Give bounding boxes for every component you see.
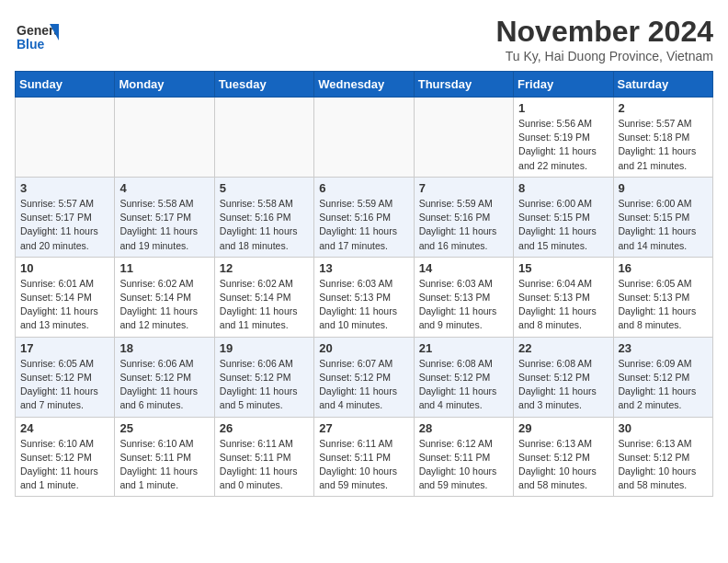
weekday-header: Sunday: [16, 72, 115, 98]
day-number: 16: [619, 261, 708, 275]
svg-text:Blue: Blue: [17, 37, 45, 52]
calendar-day-cell: 15Sunrise: 6:04 AM Sunset: 5:13 PM Dayli…: [514, 257, 613, 337]
calendar-day-cell: 17Sunrise: 6:05 AM Sunset: 5:12 PM Dayli…: [16, 337, 115, 417]
day-number: 15: [518, 261, 608, 275]
calendar-day-cell: 12Sunrise: 6:02 AM Sunset: 5:14 PM Dayli…: [214, 257, 313, 337]
calendar-day-cell: 4Sunrise: 5:58 AM Sunset: 5:17 PM Daylig…: [115, 177, 214, 257]
calendar-day-cell: 1Sunrise: 5:56 AM Sunset: 5:19 PM Daylig…: [514, 98, 613, 178]
calendar-header-row: SundayMondayTuesdayWednesdayThursdayFrid…: [16, 72, 713, 98]
calendar-week-row: 10Sunrise: 6:01 AM Sunset: 5:14 PM Dayli…: [16, 257, 713, 337]
day-number: 22: [518, 341, 608, 355]
day-info: Sunrise: 6:02 AM Sunset: 5:14 PM Dayligh…: [220, 277, 309, 333]
calendar-day-cell: 5Sunrise: 5:58 AM Sunset: 5:16 PM Daylig…: [214, 177, 313, 257]
day-number: 20: [319, 341, 408, 355]
calendar-day-cell: 23Sunrise: 6:09 AM Sunset: 5:12 PM Dayli…: [613, 337, 712, 417]
day-info: Sunrise: 6:07 AM Sunset: 5:12 PM Dayligh…: [319, 357, 408, 413]
calendar-day-cell: [16, 98, 115, 178]
page-header: General Blue November 2024 Tu Ky, Hai Du…: [15, 15, 713, 63]
day-number: 29: [518, 421, 608, 435]
day-info: Sunrise: 6:00 AM Sunset: 5:15 PM Dayligh…: [518, 197, 608, 253]
day-number: 9: [619, 181, 708, 195]
day-number: 10: [20, 261, 109, 275]
day-info: Sunrise: 6:06 AM Sunset: 5:12 PM Dayligh…: [220, 357, 309, 413]
day-number: 26: [220, 421, 309, 435]
day-number: 17: [20, 341, 109, 355]
calendar-day-cell: 21Sunrise: 6:08 AM Sunset: 5:12 PM Dayli…: [414, 337, 513, 417]
day-info: Sunrise: 6:05 AM Sunset: 5:13 PM Dayligh…: [619, 277, 708, 333]
calendar-day-cell: 25Sunrise: 6:10 AM Sunset: 5:11 PM Dayli…: [115, 417, 214, 497]
day-info: Sunrise: 6:13 AM Sunset: 5:12 PM Dayligh…: [619, 437, 708, 493]
calendar-day-cell: [214, 98, 313, 178]
calendar-day-cell: [414, 98, 513, 178]
day-number: 19: [220, 341, 309, 355]
calendar-week-row: 17Sunrise: 6:05 AM Sunset: 5:12 PM Dayli…: [16, 337, 713, 417]
day-info: Sunrise: 6:04 AM Sunset: 5:13 PM Dayligh…: [518, 277, 608, 333]
day-number: 11: [119, 261, 209, 275]
day-number: 25: [119, 421, 209, 435]
weekday-header: Tuesday: [214, 72, 313, 98]
calendar-day-cell: 14Sunrise: 6:03 AM Sunset: 5:13 PM Dayli…: [414, 257, 513, 337]
calendar-day-cell: 7Sunrise: 5:59 AM Sunset: 5:16 PM Daylig…: [414, 177, 513, 257]
day-number: 24: [20, 421, 109, 435]
calendar-day-cell: 16Sunrise: 6:05 AM Sunset: 5:13 PM Dayli…: [613, 257, 712, 337]
logo-icon: General Blue: [15, 15, 59, 59]
calendar-day-cell: 22Sunrise: 6:08 AM Sunset: 5:12 PM Dayli…: [514, 337, 613, 417]
calendar-day-cell: 6Sunrise: 5:59 AM Sunset: 5:16 PM Daylig…: [314, 177, 414, 257]
day-info: Sunrise: 5:57 AM Sunset: 5:18 PM Dayligh…: [619, 117, 708, 173]
day-info: Sunrise: 5:58 AM Sunset: 5:17 PM Dayligh…: [119, 197, 209, 253]
calendar-day-cell: 11Sunrise: 6:02 AM Sunset: 5:14 PM Dayli…: [115, 257, 214, 337]
calendar-day-cell: 28Sunrise: 6:12 AM Sunset: 5:11 PM Dayli…: [414, 417, 513, 497]
weekday-header: Friday: [514, 72, 613, 98]
day-info: Sunrise: 5:56 AM Sunset: 5:19 PM Dayligh…: [518, 117, 608, 173]
title-section: November 2024 Tu Ky, Hai Duong Province,…: [495, 15, 713, 63]
calendar-day-cell: 13Sunrise: 6:03 AM Sunset: 5:13 PM Dayli…: [314, 257, 414, 337]
day-number: 3: [20, 181, 109, 195]
day-number: 2: [619, 101, 708, 115]
day-number: 27: [319, 421, 408, 435]
day-info: Sunrise: 6:09 AM Sunset: 5:12 PM Dayligh…: [619, 357, 708, 413]
day-number: 23: [619, 341, 708, 355]
calendar-day-cell: 30Sunrise: 6:13 AM Sunset: 5:12 PM Dayli…: [613, 417, 712, 497]
day-number: 1: [518, 101, 608, 115]
day-info: Sunrise: 5:59 AM Sunset: 5:16 PM Dayligh…: [319, 197, 408, 253]
calendar-week-row: 3Sunrise: 5:57 AM Sunset: 5:17 PM Daylig…: [16, 177, 713, 257]
day-number: 14: [419, 261, 508, 275]
calendar-day-cell: [115, 98, 214, 178]
calendar-day-cell: 10Sunrise: 6:01 AM Sunset: 5:14 PM Dayli…: [16, 257, 115, 337]
weekday-header: Wednesday: [314, 72, 414, 98]
day-info: Sunrise: 6:13 AM Sunset: 5:12 PM Dayligh…: [518, 437, 608, 493]
calendar-day-cell: 3Sunrise: 5:57 AM Sunset: 5:17 PM Daylig…: [16, 177, 115, 257]
day-info: Sunrise: 5:57 AM Sunset: 5:17 PM Dayligh…: [20, 197, 109, 253]
day-number: 18: [119, 341, 209, 355]
calendar-day-cell: 20Sunrise: 6:07 AM Sunset: 5:12 PM Dayli…: [314, 337, 414, 417]
day-info: Sunrise: 6:03 AM Sunset: 5:13 PM Dayligh…: [319, 277, 408, 333]
calendar-day-cell: 8Sunrise: 6:00 AM Sunset: 5:15 PM Daylig…: [514, 177, 613, 257]
day-info: Sunrise: 6:06 AM Sunset: 5:12 PM Dayligh…: [119, 357, 209, 413]
calendar-day-cell: 29Sunrise: 6:13 AM Sunset: 5:12 PM Dayli…: [514, 417, 613, 497]
calendar-day-cell: 26Sunrise: 6:11 AM Sunset: 5:11 PM Dayli…: [214, 417, 313, 497]
day-number: 4: [119, 181, 209, 195]
day-number: 30: [619, 421, 708, 435]
calendar-day-cell: 24Sunrise: 6:10 AM Sunset: 5:12 PM Dayli…: [16, 417, 115, 497]
calendar-table: SundayMondayTuesdayWednesdayThursdayFrid…: [15, 71, 713, 497]
calendar-day-cell: 27Sunrise: 6:11 AM Sunset: 5:11 PM Dayli…: [314, 417, 414, 497]
weekday-header: Monday: [115, 72, 214, 98]
day-info: Sunrise: 6:08 AM Sunset: 5:12 PM Dayligh…: [518, 357, 608, 413]
day-number: 28: [419, 421, 508, 435]
month-title: November 2024: [495, 15, 713, 49]
day-info: Sunrise: 6:08 AM Sunset: 5:12 PM Dayligh…: [419, 357, 508, 413]
day-info: Sunrise: 6:10 AM Sunset: 5:11 PM Dayligh…: [119, 437, 209, 493]
day-info: Sunrise: 6:11 AM Sunset: 5:11 PM Dayligh…: [220, 437, 309, 493]
day-number: 7: [419, 181, 508, 195]
calendar-week-row: 1Sunrise: 5:56 AM Sunset: 5:19 PM Daylig…: [16, 98, 713, 178]
day-info: Sunrise: 6:10 AM Sunset: 5:12 PM Dayligh…: [20, 437, 109, 493]
day-info: Sunrise: 5:59 AM Sunset: 5:16 PM Dayligh…: [419, 197, 508, 253]
day-info: Sunrise: 6:05 AM Sunset: 5:12 PM Dayligh…: [20, 357, 109, 413]
day-info: Sunrise: 5:58 AM Sunset: 5:16 PM Dayligh…: [220, 197, 309, 253]
day-number: 8: [518, 181, 608, 195]
day-info: Sunrise: 6:11 AM Sunset: 5:11 PM Dayligh…: [319, 437, 408, 493]
calendar-day-cell: [314, 98, 414, 178]
calendar-week-row: 24Sunrise: 6:10 AM Sunset: 5:12 PM Dayli…: [16, 417, 713, 497]
calendar-day-cell: 2Sunrise: 5:57 AM Sunset: 5:18 PM Daylig…: [613, 98, 712, 178]
day-number: 13: [319, 261, 408, 275]
